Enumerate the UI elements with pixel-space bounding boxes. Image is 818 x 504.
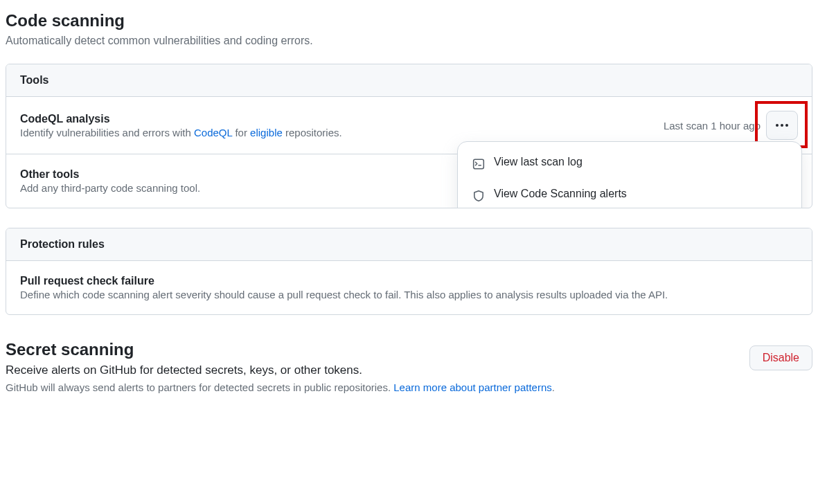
codeql-analysis-row: CodeQL analysis Identify vulnerabilities…: [6, 97, 812, 154]
shield-icon: [472, 189, 486, 203]
secret-scanning-subtitle: Receive alerts on GitHub for detected se…: [6, 363, 749, 377]
codeql-title: CodeQL analysis: [20, 113, 664, 125]
last-scan-text: Last scan 1 hour ago: [664, 120, 761, 132]
svg-rect-0: [474, 159, 484, 169]
menu-view-alerts[interactable]: View Code Scanning alerts: [463, 179, 796, 208]
codeql-options-button[interactable]: [766, 111, 798, 140]
eligible-link[interactable]: eligible: [250, 127, 283, 138]
pr-check-desc: Define which code scanning alert severit…: [20, 289, 798, 300]
protection-rules-header: Protection rules: [6, 228, 812, 261]
tools-panel-header: Tools: [6, 64, 812, 97]
code-scanning-section: Code scanning Automatically detect commo…: [6, 11, 812, 315]
menu-view-last-scan-log[interactable]: View last scan log: [463, 147, 796, 179]
codeql-desc: Identify vulnerabilities and errors with…: [20, 127, 664, 138]
disable-secret-scanning-button[interactable]: Disable: [749, 345, 812, 370]
codeql-options-dropdown: View last scan log View Code Scanning al…: [457, 141, 802, 208]
pr-check-failure-row: Pull request check failure Define which …: [6, 261, 812, 314]
codeql-link[interactable]: CodeQL: [194, 127, 232, 138]
tools-panel: Tools CodeQL analysis Identify vulnerabi…: [6, 64, 812, 208]
secret-scanning-desc: GitHub will always send alerts to partne…: [6, 381, 749, 393]
code-scanning-subtitle: Automatically detect common vulnerabilit…: [6, 35, 812, 47]
log-icon: [472, 157, 486, 171]
pr-check-title: Pull request check failure: [20, 275, 798, 287]
protection-rules-panel: Protection rules Pull request check fail…: [6, 228, 812, 315]
secret-scanning-section: Secret scanning Receive alerts on GitHub…: [6, 340, 812, 393]
partner-patterns-link[interactable]: Learn more about partner patterns: [393, 381, 551, 393]
secret-scanning-title: Secret scanning: [6, 340, 749, 359]
code-scanning-title: Code scanning: [6, 11, 812, 30]
